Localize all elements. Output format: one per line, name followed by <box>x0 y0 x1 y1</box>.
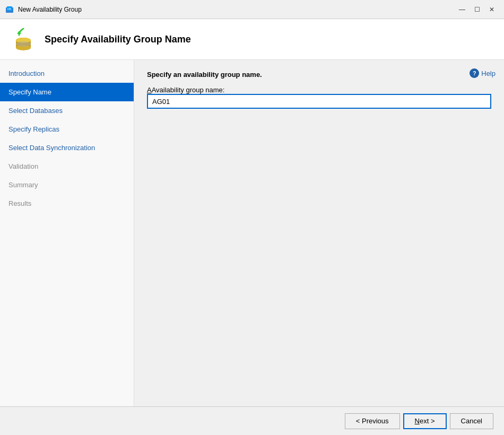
dialog-title: Specify Availability Group Name <box>45 34 191 45</box>
sidebar-item-summary: Summary <box>0 176 134 194</box>
field-label: AAvailability group name: <box>147 86 224 94</box>
minimize-button[interactable]: — <box>455 4 469 15</box>
header-icon <box>11 27 36 52</box>
title-bar: DB New Availability Group — ☐ ✕ <box>0 0 504 19</box>
dialog-header: Specify Availability Group Name <box>0 19 504 60</box>
help-link[interactable]: ? Help <box>470 68 496 78</box>
help-label: Help <box>481 69 496 77</box>
section-title: Specify an availability group name. <box>147 71 491 79</box>
main-area: Introduction Specify Name Select Databas… <box>0 60 504 406</box>
previous-button[interactable]: < Previous <box>345 413 400 429</box>
svg-text:DB: DB <box>7 7 12 11</box>
help-icon: ? <box>470 68 479 78</box>
sidebar-item-validation: Validation <box>0 157 134 176</box>
app-icon: DB <box>5 5 14 14</box>
ag-icon <box>11 27 36 52</box>
sidebar-item-specify-name[interactable]: Specify Name <box>0 83 134 101</box>
svg-point-8 <box>16 41 31 47</box>
sidebar-item-select-data-sync[interactable]: Select Data Synchronization <box>0 138 134 157</box>
window-controls: — ☐ ✕ <box>455 4 499 15</box>
next-button[interactable]: Next > <box>403 413 447 429</box>
wizard-sidebar: Introduction Specify Name Select Databas… <box>0 60 134 406</box>
maximize-button[interactable]: ☐ <box>470 4 484 15</box>
sidebar-item-introduction[interactable]: Introduction <box>0 64 134 83</box>
dialog-footer: < Previous Next > Cancel <box>0 406 504 435</box>
availability-group-name-input[interactable] <box>147 94 491 109</box>
window-title: New Availability Group <box>18 6 455 13</box>
cancel-button[interactable]: Cancel <box>450 413 493 429</box>
close-button[interactable]: ✕ <box>485 4 499 15</box>
content-area: ? Help Specify an availability group nam… <box>134 60 504 406</box>
sidebar-item-select-databases[interactable]: Select Databases <box>0 101 134 120</box>
sidebar-item-results: Results <box>0 194 134 213</box>
sidebar-item-specify-replicas[interactable]: Specify Replicas <box>0 120 134 138</box>
